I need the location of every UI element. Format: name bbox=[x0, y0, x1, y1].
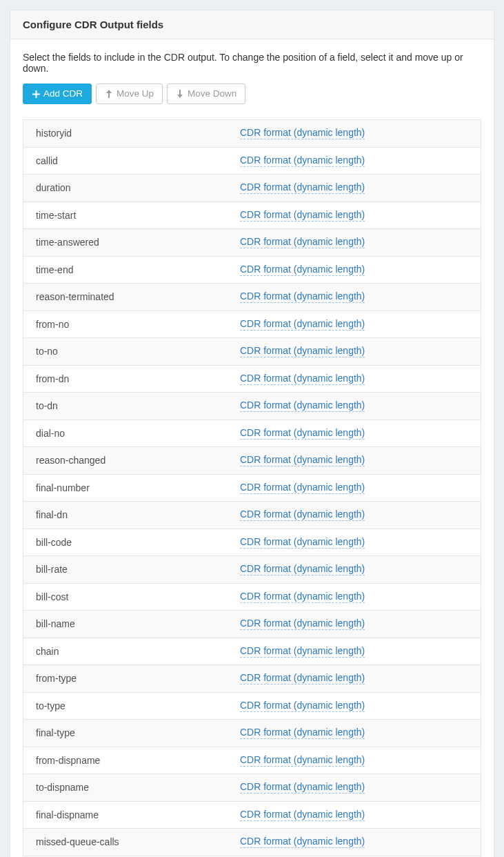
list-item[interactable]: reason-changedCDR format (dynamic length… bbox=[23, 447, 481, 475]
format-link[interactable]: CDR format (dynamic length) bbox=[240, 181, 365, 194]
field-format-cell: CDR format (dynamic length) bbox=[237, 502, 481, 528]
field-name: bill-rate bbox=[23, 557, 237, 582]
list-item[interactable]: reason-terminatedCDR format (dynamic len… bbox=[23, 284, 481, 311]
field-name: time-start bbox=[23, 203, 237, 228]
list-item[interactable]: bill-rateCDR format (dynamic length) bbox=[23, 556, 481, 584]
field-name: bill-code bbox=[23, 530, 237, 555]
list-item[interactable]: missed-queue-callsCDR format (dynamic le… bbox=[23, 829, 481, 856]
field-format-cell: CDR format (dynamic length) bbox=[237, 120, 481, 146]
format-link[interactable]: CDR format (dynamic length) bbox=[240, 836, 365, 848]
format-link[interactable]: CDR format (dynamic length) bbox=[240, 781, 365, 794]
format-link[interactable]: CDR format (dynamic length) bbox=[240, 672, 365, 684]
list-item[interactable]: bill-nameCDR format (dynamic length) bbox=[23, 611, 481, 638]
field-format-cell: CDR format (dynamic length) bbox=[237, 638, 481, 664]
list-item[interactable]: from-dispnameCDR format (dynamic length) bbox=[23, 747, 481, 775]
format-link[interactable]: CDR format (dynamic length) bbox=[240, 454, 365, 466]
toolbar: Add CDR Move Up Move Down bbox=[23, 83, 481, 104]
format-link[interactable]: CDR format (dynamic length) bbox=[240, 618, 365, 630]
field-name: chain bbox=[23, 639, 237, 664]
field-name: time-end bbox=[23, 257, 237, 282]
field-name: dial-no bbox=[23, 421, 237, 446]
field-name: from-no bbox=[23, 312, 237, 337]
format-link[interactable]: CDR format (dynamic length) bbox=[240, 345, 365, 357]
move-down-button[interactable]: Move Down bbox=[167, 83, 245, 104]
list-item[interactable]: bill-costCDR format (dynamic length) bbox=[23, 584, 481, 611]
list-item[interactable]: callidCDR format (dynamic length) bbox=[23, 148, 481, 175]
field-format-cell: CDR format (dynamic length) bbox=[237, 393, 481, 419]
panel-description: Select the fields to include in the CDR … bbox=[23, 52, 481, 74]
move-up-label: Move Up bbox=[117, 88, 154, 99]
field-format-cell: CDR format (dynamic length) bbox=[237, 148, 481, 174]
format-link[interactable]: CDR format (dynamic length) bbox=[240, 645, 365, 658]
format-link[interactable]: CDR format (dynamic length) bbox=[240, 373, 365, 385]
field-name: time-answered bbox=[23, 230, 237, 255]
field-format-cell: CDR format (dynamic length) bbox=[237, 529, 481, 555]
list-item[interactable]: final-numberCDR format (dynamic length) bbox=[23, 475, 481, 502]
panel-title: Configure CDR Output fields bbox=[10, 10, 494, 39]
field-format-cell: CDR format (dynamic length) bbox=[237, 611, 481, 637]
list-item[interactable]: bill-codeCDR format (dynamic length) bbox=[23, 529, 481, 557]
list-item[interactable]: dial-noCDR format (dynamic length) bbox=[23, 420, 481, 448]
list-item[interactable]: chainCDR format (dynamic length) bbox=[23, 638, 481, 666]
field-format-cell: CDR format (dynamic length) bbox=[237, 747, 481, 774]
format-link[interactable]: CDR format (dynamic length) bbox=[240, 482, 365, 494]
format-link[interactable]: CDR format (dynamic length) bbox=[240, 536, 365, 549]
list-item[interactable]: time-answeredCDR format (dynamic length) bbox=[23, 229, 481, 257]
field-format-cell: CDR format (dynamic length) bbox=[237, 257, 481, 283]
format-link[interactable]: CDR format (dynamic length) bbox=[240, 700, 365, 712]
move-up-button[interactable]: Move Up bbox=[96, 83, 163, 104]
list-item[interactable]: from-dnCDR format (dynamic length) bbox=[23, 366, 481, 393]
format-link[interactable]: CDR format (dynamic length) bbox=[240, 264, 365, 276]
list-item[interactable]: to-dnCDR format (dynamic length) bbox=[23, 393, 481, 420]
add-cdr-label: Add CDR bbox=[43, 88, 83, 99]
format-link[interactable]: CDR format (dynamic length) bbox=[240, 509, 365, 521]
format-link[interactable]: CDR format (dynamic length) bbox=[240, 727, 365, 739]
field-name: to-type bbox=[23, 693, 237, 718]
field-name: reason-terminated bbox=[23, 284, 237, 309]
add-cdr-button[interactable]: Add CDR bbox=[23, 83, 92, 104]
list-item[interactable]: time-endCDR format (dynamic length) bbox=[23, 257, 481, 284]
format-link[interactable]: CDR format (dynamic length) bbox=[240, 236, 365, 248]
field-name: final-dispname bbox=[23, 802, 237, 827]
field-list: historyidCDR format (dynamic length)call… bbox=[23, 119, 481, 856]
field-format-cell: CDR format (dynamic length) bbox=[237, 338, 481, 364]
field-name: to-dispname bbox=[23, 775, 237, 800]
list-item[interactable]: from-noCDR format (dynamic length) bbox=[23, 311, 481, 339]
format-link[interactable]: CDR format (dynamic length) bbox=[240, 318, 365, 331]
list-item[interactable]: final-typeCDR format (dynamic length) bbox=[23, 720, 481, 747]
field-format-cell: CDR format (dynamic length) bbox=[237, 284, 481, 310]
field-format-cell: CDR format (dynamic length) bbox=[237, 366, 481, 392]
list-item[interactable]: to-typeCDR format (dynamic length) bbox=[23, 693, 481, 720]
format-link[interactable]: CDR format (dynamic length) bbox=[240, 400, 365, 412]
field-format-cell: CDR format (dynamic length) bbox=[237, 475, 481, 501]
field-name: reason-changed bbox=[23, 448, 237, 473]
format-link[interactable]: CDR format (dynamic length) bbox=[240, 591, 365, 603]
field-format-cell: CDR format (dynamic length) bbox=[237, 447, 481, 473]
list-item[interactable]: historyidCDR format (dynamic length) bbox=[23, 120, 481, 148]
list-item[interactable]: final-dispnameCDR format (dynamic length… bbox=[23, 802, 481, 829]
field-name: bill-cost bbox=[23, 584, 237, 609]
list-item[interactable]: time-startCDR format (dynamic length) bbox=[23, 202, 481, 230]
list-item[interactable]: from-typeCDR format (dynamic length) bbox=[23, 665, 481, 693]
format-link[interactable]: CDR format (dynamic length) bbox=[240, 127, 365, 139]
list-item[interactable]: final-dnCDR format (dynamic length) bbox=[23, 502, 481, 529]
field-format-cell: CDR format (dynamic length) bbox=[237, 229, 481, 255]
list-item[interactable]: durationCDR format (dynamic length) bbox=[23, 175, 481, 202]
list-item[interactable]: to-noCDR format (dynamic length) bbox=[23, 338, 481, 366]
field-format-cell: CDR format (dynamic length) bbox=[237, 774, 481, 800]
field-format-cell: CDR format (dynamic length) bbox=[237, 175, 481, 201]
format-link[interactable]: CDR format (dynamic length) bbox=[240, 155, 365, 167]
field-format-cell: CDR format (dynamic length) bbox=[237, 584, 481, 610]
cdr-config-panel: Configure CDR Output fields Select the f… bbox=[10, 10, 494, 857]
format-link[interactable]: CDR format (dynamic length) bbox=[240, 754, 365, 767]
field-name: callid bbox=[23, 148, 237, 173]
format-link[interactable]: CDR format (dynamic length) bbox=[240, 209, 365, 221]
format-link[interactable]: CDR format (dynamic length) bbox=[240, 427, 365, 440]
format-link[interactable]: CDR format (dynamic length) bbox=[240, 809, 365, 821]
plus-icon bbox=[32, 90, 40, 98]
field-name: to-no bbox=[23, 339, 237, 364]
field-format-cell: CDR format (dynamic length) bbox=[237, 665, 481, 691]
format-link[interactable]: CDR format (dynamic length) bbox=[240, 290, 365, 303]
list-item[interactable]: to-dispnameCDR format (dynamic length) bbox=[23, 774, 481, 802]
format-link[interactable]: CDR format (dynamic length) bbox=[240, 563, 365, 575]
